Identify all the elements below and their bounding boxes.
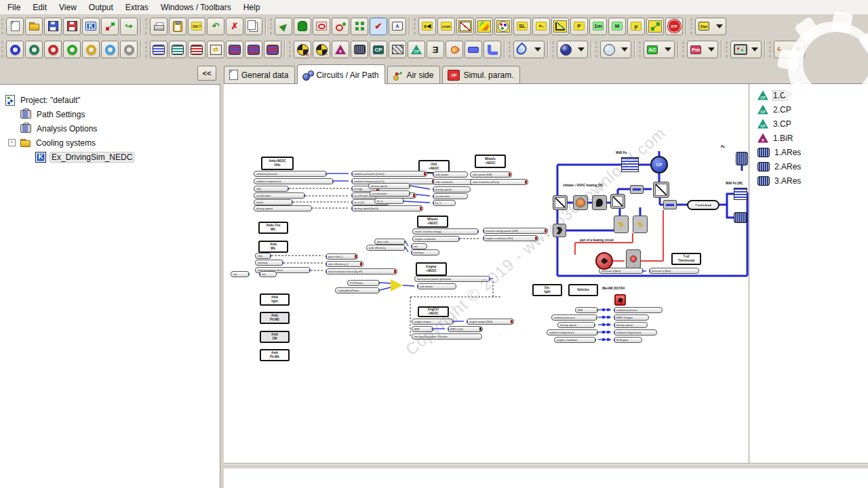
fan-speed-button[interactable]: n bbox=[294, 41, 311, 58]
io-bar-bsfc-engine[interactable]: BSFC Engine bbox=[614, 314, 649, 321]
io-bar-bsfc-m[interactable]: BSFC [/m] bbox=[448, 326, 483, 332]
condenser-button[interactable] bbox=[264, 41, 281, 58]
network-sim-button[interactable] bbox=[646, 18, 664, 35]
io-bar-memory[interactable]: memory bbox=[411, 249, 439, 256]
diagram-titlebox-ele-light[interactable]: Ele.light bbox=[532, 284, 562, 296]
cp-point-button[interactable]: CP bbox=[408, 41, 425, 58]
io-bar-driving-speed[interactable]: driving speed bbox=[614, 322, 648, 328]
io-bar-bsf[interactable]: BSF bbox=[412, 326, 433, 332]
io-bar-bsf[interactable]: BSF bbox=[575, 307, 598, 313]
tree-item-analysis-options[interactable]: Analysis Options bbox=[0, 121, 220, 136]
io-bar-acceleration[interactable]: acceleration bbox=[254, 192, 305, 199]
paste-button[interactable] bbox=[169, 18, 186, 35]
circuit-menu-button[interactable] bbox=[557, 41, 588, 58]
select-tool-button[interactable]: ▶ bbox=[275, 18, 292, 35]
io-bar-engine-revolution[interactable]: engine revolution bbox=[554, 337, 596, 343]
component-valve[interactable] bbox=[610, 194, 625, 209]
copy-button[interactable] bbox=[245, 18, 262, 35]
component-pumpR[interactable] bbox=[595, 252, 613, 270]
component-hx[interactable]: ⇄ bbox=[614, 216, 629, 233]
tree-item-ex-drivingsim-nedc[interactable]: KEx_DrivingSim_NEDC bbox=[0, 150, 220, 164]
io-bar-ambient-temperature[interactable]: ambient temperature bbox=[614, 329, 657, 336]
diagram-titlebox-amb-tire-wh[interactable]: Amb+TireWh. bbox=[258, 222, 288, 234]
circuit-lightblue-button[interactable] bbox=[101, 41, 119, 58]
io-bar-mechanical-power-traction[interactable]: mechanical power / traction bbox=[412, 333, 482, 340]
characteristic-curve-button[interactable] bbox=[456, 18, 474, 35]
acoustics-button[interactable]: s◀ bbox=[418, 18, 436, 35]
open-model-button[interactable] bbox=[25, 18, 43, 35]
co-export-button[interactable]: ↪ bbox=[120, 18, 138, 35]
delete-button[interactable]: ✗ bbox=[226, 18, 243, 35]
component-res[interactable] bbox=[630, 185, 644, 194]
built-in-resistance-button[interactable]: R bbox=[332, 41, 349, 58]
io-bar-vkfz[interactable]: vkfz bbox=[254, 186, 289, 192]
io-bar-acceleration[interactable]: acceleration bbox=[370, 190, 410, 197]
io-bar-axle-efficiency[interactable]: axle efficiency [-] bbox=[326, 261, 363, 267]
io-bar-driving-speed[interactable]: driving speed bbox=[433, 186, 471, 192]
zoom-region-button[interactable] bbox=[313, 18, 330, 35]
io-bar-ambient-temperature[interactable]: ambient temperature bbox=[547, 329, 598, 336]
circuit-red-button[interactable] bbox=[44, 41, 62, 58]
diagram-titlebox-vehicles[interactable]: Vehicles bbox=[568, 284, 598, 296]
pan-tool-button[interactable] bbox=[294, 18, 311, 35]
menu-edit[interactable]: Edit bbox=[26, 1, 53, 14]
io-bar-axle-power-kw[interactable]: axle power [kW] bbox=[470, 171, 512, 178]
sl-tool-button[interactable]: SL bbox=[513, 18, 531, 35]
plus-minus-button[interactable]: +- bbox=[532, 18, 550, 35]
component-caps[interactable]: T cool+head bbox=[687, 200, 719, 210]
diagram-titlebox-amb-light[interactable]: Amblight bbox=[260, 293, 290, 306]
view-3d-button[interactable] bbox=[475, 18, 493, 35]
fan-curve-button[interactable]: ~ bbox=[313, 41, 330, 58]
component-rad[interactable] bbox=[621, 157, 639, 172]
tab-general-data[interactable]: General data bbox=[224, 66, 295, 83]
one-meter-button[interactable]: 1m bbox=[589, 18, 607, 35]
io-bar-ptopower[interactable]: PTOPower bbox=[347, 280, 380, 286]
io-bar-ambient-pressure-m-bar[interactable]: ambient pressure [m bar] bbox=[351, 171, 427, 177]
io-bar-ambient-pressure[interactable]: ambient pressure bbox=[551, 314, 597, 321]
diagram-titlebox-amb-ph-wk[interactable]: AmbPh.Wk bbox=[260, 349, 290, 361]
undo-button[interactable]: ↶ bbox=[207, 18, 224, 35]
save-as-button[interactable] bbox=[63, 18, 81, 35]
menu-output[interactable]: Output bbox=[83, 1, 119, 14]
parts-list-item-3-ares[interactable]: 3.ARes bbox=[749, 174, 868, 188]
io-bar-engine-torque[interactable]: engine torque bbox=[412, 319, 454, 325]
diagram-titlebox-wheels-nedc[interactable]: Wheels+NEDC bbox=[417, 216, 448, 228]
stop-simulation-button[interactable]: STP bbox=[665, 18, 683, 35]
pipe-straight-button[interactable] bbox=[465, 41, 482, 58]
diagram-titlebox-amb-ph-ms[interactable]: AmbPh.MS bbox=[260, 312, 290, 324]
menu-view[interactable]: View bbox=[53, 1, 83, 14]
io-bar-memory[interactable]: memory bbox=[255, 260, 283, 266]
io-bar-driving-speed[interactable]: driving speed bbox=[368, 183, 410, 189]
diagram-axes-button[interactable] bbox=[551, 18, 569, 35]
parts-list-item-2-cp[interactable]: CP2.CP bbox=[749, 102, 868, 117]
io-bar-driving-speed[interactable]: driving speed bbox=[557, 322, 595, 328]
circuit-yellow-button[interactable] bbox=[82, 41, 100, 58]
io-bar-axle-efficiency[interactable]: axle efficiency bbox=[366, 245, 406, 251]
electric-component-button[interactable]: Ǝ bbox=[427, 41, 444, 58]
menu-file[interactable]: File bbox=[1, 1, 26, 14]
fit-view-button[interactable] bbox=[351, 18, 368, 35]
menu-extras[interactable]: Extras bbox=[119, 1, 155, 14]
monitor-m-button[interactable]: M bbox=[608, 18, 626, 35]
valve-flap-button[interactable]: ⇄ bbox=[207, 41, 224, 58]
ok-help-button[interactable]: OK? bbox=[188, 18, 205, 35]
air-resistance-button[interactable] bbox=[351, 41, 368, 58]
parts-list-item-1-bir[interactable]: R1.BiR bbox=[749, 131, 868, 145]
cooler-red-button[interactable] bbox=[188, 41, 205, 58]
media-library-button[interactable] bbox=[494, 18, 512, 35]
io-bar-pressure-p-bar[interactable]: pressure p [bar] bbox=[649, 268, 699, 274]
parts-list-item-2-ares[interactable]: 2.ARes bbox=[749, 159, 868, 174]
kuli-file-button[interactable]: K bbox=[82, 18, 100, 35]
hatched-component-button[interactable] bbox=[389, 41, 406, 58]
component-slot[interactable] bbox=[734, 212, 747, 223]
diagram-titlebox-t-oil-thermostat[interactable]: T-oilThermostat bbox=[671, 253, 701, 265]
io-bar-w-engine[interactable]: W Engine bbox=[614, 337, 642, 343]
heat-source-button[interactable] bbox=[446, 41, 463, 58]
text-annotation-button[interactable]: A bbox=[389, 18, 406, 35]
component-dark[interactable] bbox=[592, 195, 607, 210]
io-bar-total-resistance-force-kg-m[interactable]: total resistance force [kg m²] bbox=[326, 268, 397, 274]
heat-exchanger-2-button[interactable] bbox=[245, 41, 262, 58]
io-bar-gear-ratio[interactable]: gear ratio [-] bbox=[326, 253, 358, 260]
print-button[interactable] bbox=[150, 18, 167, 35]
cooler-blue-button[interactable] bbox=[150, 41, 167, 58]
